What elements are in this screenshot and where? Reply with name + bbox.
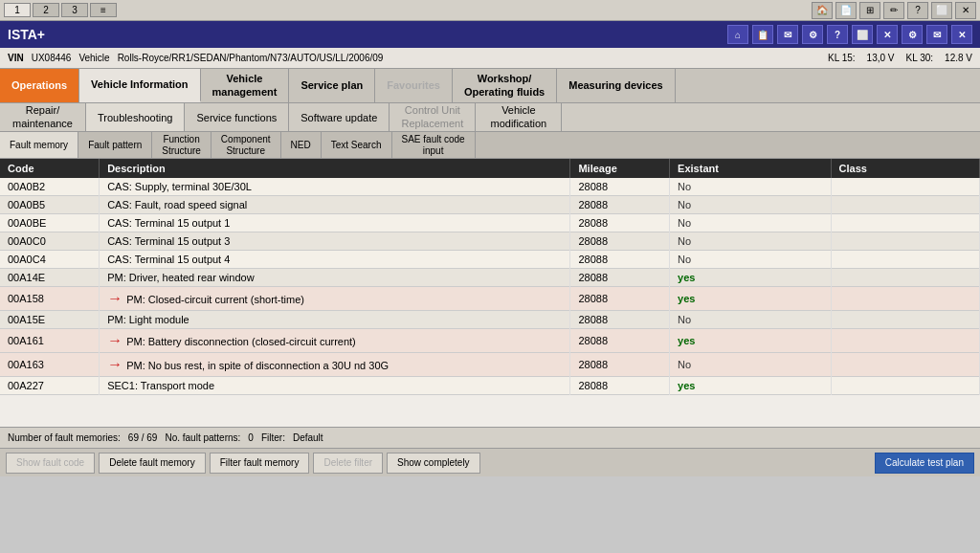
fault-table-body: 00A0B2CAS: Supply, terminal 30E/30L28088… [0, 178, 980, 395]
cell-existant: yes [670, 287, 831, 311]
app-window-icon[interactable]: ⬜ [852, 25, 873, 44]
app-mail-icon[interactable]: ✉ [777, 25, 798, 44]
table-row[interactable]: 00A227SEC1: Transport mode28088yes [0, 377, 980, 395]
nav-control-unit[interactable]: Control UnitReplacement [390, 103, 476, 131]
help-icon[interactable]: ? [907, 2, 928, 19]
calculate-test-plan-button[interactable]: Calculate test plan [875, 453, 974, 474]
fault-memories-label: Number of fault memories: [8, 432, 121, 443]
kl30-label: KL 30: [906, 53, 934, 63]
nav-sae-fault[interactable]: SAE fault codeinput [392, 132, 476, 158]
nav-service-plan[interactable]: Service plan [289, 69, 375, 102]
app-header-icons: ⌂ 📋 ✉ ⚙ ? ⬜ ✕ ⚙ ✉ ✕ [727, 25, 972, 44]
app-mail2-icon[interactable]: ✉ [926, 25, 947, 44]
bottom-bar: Show fault code Delete fault memory Filt… [0, 448, 980, 476]
cell-existant: No [670, 214, 831, 232]
table-row[interactable]: 00A0BECAS: Terminal 15 output 128088No [0, 214, 980, 232]
app-home-icon[interactable]: ⌂ [727, 25, 748, 44]
nav-ned[interactable]: NED [281, 132, 322, 158]
arrow-icon: → [107, 290, 122, 307]
kl15-value: 13,0 V [867, 53, 895, 63]
table-row[interactable]: 00A0B2CAS: Supply, terminal 30E/30L28088… [0, 178, 980, 196]
nav-operations[interactable]: Operations [0, 69, 79, 102]
cell-class [831, 353, 979, 377]
cell-class [831, 329, 979, 353]
title-tab-3[interactable]: 3 [61, 3, 88, 17]
title-tab-1[interactable]: 1 [4, 3, 31, 17]
arrow-icon: → [107, 332, 122, 349]
cell-code: 00A0C4 [0, 251, 100, 269]
cell-code: 00A14E [0, 269, 100, 287]
nav-vehicle-info[interactable]: Vehicle Information [79, 69, 200, 102]
document-icon[interactable]: 📄 [835, 2, 857, 19]
cell-code: 00A0B5 [0, 196, 100, 214]
cell-mileage: 28088 [570, 377, 670, 395]
nav-service-functions[interactable]: Service functions [185, 103, 289, 131]
nav-fault-memory[interactable]: Fault memory [0, 132, 78, 158]
nav-software-update[interactable]: Software update [289, 103, 390, 131]
nav-favourites[interactable]: Favourites [375, 69, 453, 102]
filter-label: Filter: [261, 432, 285, 443]
app-close-icon[interactable]: ✕ [877, 25, 898, 44]
nav-workshop[interactable]: Workshop/Operating fluids [453, 69, 557, 102]
filter-fault-memory-button[interactable]: Filter fault memory [210, 453, 310, 474]
fault-table-scroll[interactable]: Code Description Mileage Existant Class … [0, 159, 980, 427]
vin-value: UX08446 [32, 53, 72, 63]
delete-filter-button[interactable]: Delete filter [313, 453, 383, 474]
home-icon[interactable]: 🏠 [812, 2, 833, 19]
nav-measuring[interactable]: Measuring devices [557, 69, 675, 102]
show-completely-button[interactable]: Show completely [387, 453, 480, 474]
grid-icon[interactable]: ⊞ [859, 2, 880, 19]
nav-text-search[interactable]: Text Search [322, 132, 392, 158]
table-container: Code Description Mileage Existant Class … [0, 159, 980, 427]
pencil-icon[interactable]: ✏ [883, 2, 904, 19]
app-help-icon[interactable]: ? [827, 25, 848, 44]
cell-description: CAS: Fault, road speed signal [100, 196, 570, 214]
window-icon[interactable]: ⬜ [931, 2, 952, 19]
app-gear-icon[interactable]: ⚙ [802, 25, 823, 44]
title-tabs: 1 2 3 ≡ [4, 3, 117, 17]
nav-function-structure[interactable]: FunctionStructure [152, 132, 212, 158]
table-row[interactable]: 00A158→PM: Closed-circuit current (short… [0, 287, 980, 311]
app-doc-icon[interactable]: 📋 [752, 25, 773, 44]
delete-fault-memory-button[interactable]: Delete fault memory [99, 453, 205, 474]
nav-fault-pattern[interactable]: Fault pattern [78, 132, 152, 158]
close-icon[interactable]: ✕ [955, 2, 976, 19]
title-bar: 1 2 3 ≡ 🏠 📄 ⊞ ✏ ? ⬜ ✕ [0, 0, 980, 21]
app-close2-icon[interactable]: ✕ [951, 25, 972, 44]
cell-class [831, 269, 979, 287]
vin-right: KL 15: 13,0 V KL 30: 12.8 V [828, 53, 972, 63]
app-gear2-icon[interactable]: ⚙ [902, 25, 923, 44]
cell-mileage: 28088 [570, 353, 670, 377]
cell-existant: No [670, 196, 831, 214]
vehicle-value: Rolls-Royce/RR1/SEDAN/Phantom/N73/AUTO/U… [118, 53, 384, 63]
cell-description: PM: Driver, heated rear window [100, 269, 570, 287]
cell-code: 00A163 [0, 353, 100, 377]
cell-code: 00A158 [0, 287, 100, 311]
vehicle-label: Vehicle [78, 53, 109, 63]
show-fault-code-button[interactable]: Show fault code [6, 453, 95, 474]
cell-mileage: 28088 [570, 251, 670, 269]
cell-mileage: 28088 [570, 287, 670, 311]
nav-component-structure[interactable]: ComponentStructure [212, 132, 281, 158]
col-header-desc: Description [100, 159, 570, 178]
title-tab-list[interactable]: ≡ [90, 3, 117, 17]
filter-value: Default [293, 432, 323, 443]
table-row[interactable]: 00A163→PM: No bus rest, in spite of disc… [0, 353, 980, 377]
cell-code: 00A227 [0, 377, 100, 395]
table-row[interactable]: 00A161→PM: Battery disconnection (closed… [0, 329, 980, 353]
nav-vehicle-mgmt[interactable]: Vehiclemanagement [201, 69, 290, 102]
table-row[interactable]: 00A0C0CAS: Terminal 15 output 328088No [0, 232, 980, 251]
nav-troubleshooting[interactable]: Troubleshooting [86, 103, 185, 131]
table-row[interactable]: 00A15EPM: Light module28088No [0, 311, 980, 329]
table-row[interactable]: 00A0C4CAS: Terminal 15 output 428088No [0, 251, 980, 269]
cell-mileage: 28088 [570, 329, 670, 353]
fault-patterns-value: 0 [248, 432, 254, 443]
table-row[interactable]: 00A14EPM: Driver, heated rear window2808… [0, 269, 980, 287]
title-tab-2[interactable]: 2 [33, 3, 59, 17]
col-header-class: Class [831, 159, 979, 178]
cell-code: 00A15E [0, 311, 100, 329]
nav-vehicle-mod[interactable]: Vehiclemodification [476, 103, 562, 131]
table-row[interactable]: 00A0B5CAS: Fault, road speed signal28088… [0, 196, 980, 214]
nav-repair[interactable]: Repair/maintenance [0, 103, 86, 131]
cell-description: →PM: No bus rest, in spite of disconnect… [100, 353, 570, 377]
